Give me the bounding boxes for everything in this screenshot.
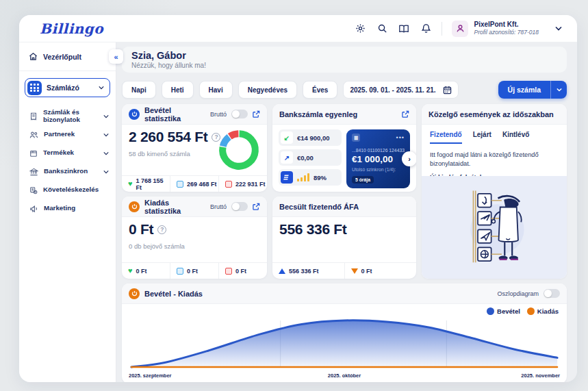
company-name: PixelPont Kft.	[474, 21, 539, 29]
profile-menu[interactable]: PixelPont Kft. Profil azonosító: 787-018	[452, 21, 539, 37]
external-link-icon[interactable]	[402, 110, 409, 118]
products-box-icon	[29, 149, 38, 157]
expense-power-icon	[129, 201, 140, 212]
area-chart[interactable]	[129, 316, 560, 373]
expense-total: 0 Ft	[129, 221, 153, 238]
legend-bevetel: Bevétel	[487, 307, 520, 315]
revenue-stat-paid: ♥1 768 155 Ft	[122, 176, 170, 192]
app-window: Billingo PixelPont Kft. Profil	[19, 15, 577, 382]
legend-kiadas: Kiadás	[527, 307, 559, 315]
sidebar-dashboard-label: Vezérlőpult	[43, 53, 81, 61]
sidebar: « Vezérlőpult Számlázó Számlák és bizony…	[19, 42, 116, 382]
period-button-havi[interactable]: Havi	[199, 81, 233, 99]
legend-dot-blue	[487, 307, 494, 315]
vat-reclaimable: 0 Ft	[344, 263, 417, 279]
heart-icon: ♥	[128, 267, 133, 275]
last-sync-label: Utolsó szinkron (1/4):	[352, 167, 405, 172]
desktop-background: Billingo PixelPont Kft. Profil	[0, 0, 588, 391]
sync-bars-icon	[297, 173, 309, 181]
new-invoice-dropdown-arrow[interactable]	[550, 81, 567, 99]
sidebar-item-szamlazo[interactable]: Számlázó	[25, 78, 110, 97]
search-icon[interactable]	[376, 23, 388, 35]
sidebar-item-termekek[interactable]: Termékek	[19, 144, 116, 162]
vat-card: Becsült fizetendő ÁFA 556 336 Ft 556 336…	[272, 197, 416, 279]
period-button-negyedeves[interactable]: Negyedéves	[238, 81, 297, 99]
tab-fizetendo[interactable]: Fizetendő	[430, 131, 462, 144]
red-square-icon	[225, 181, 232, 188]
revenue-stats-card: Bevétel statisztika Bruttó 2 260 554 Ft?…	[122, 104, 267, 192]
invoice-icon	[29, 112, 38, 121]
megaphone-icon	[29, 205, 38, 213]
bank-logo-icon	[281, 171, 293, 184]
greeting-banner: Szia, Gábor Nézzük, hogy állunk ma!	[122, 47, 567, 73]
sidebar-item-partnerek[interactable]: Partnerek	[19, 125, 116, 144]
expense-stat-open: 0 Ft	[170, 263, 218, 279]
settings-gear-icon[interactable]	[354, 23, 366, 35]
help-book-icon[interactable]	[398, 23, 410, 35]
heart-icon: ♥	[128, 180, 133, 188]
chevron-down-icon	[103, 114, 109, 119]
bank-card-title: Bankszámla egyenleg	[279, 110, 397, 118]
arrow-down-left-icon: ↙	[281, 131, 293, 144]
greeting-subtitle: Nézzük, hogy állunk ma!	[131, 62, 557, 69]
new-invoice-split-button: Új számla	[498, 81, 567, 99]
date-range-picker[interactable]: 2025. 09. 01. - 2025. 11. 21.	[343, 81, 458, 99]
bar-chart-toggle[interactable]	[544, 289, 560, 298]
claims-document-icon	[29, 186, 38, 194]
expense-card-title: Kiadás statisztika	[144, 199, 205, 215]
period-button-eves[interactable]: Éves	[303, 81, 337, 99]
events-empty-text: Itt fogod majd látni a közelgő fizetendő…	[422, 144, 567, 168]
sidebar-item-szamlak-es-bizonylatok[interactable]: Számlák és bizonylatok	[19, 107, 116, 125]
revenue-donut-chart	[216, 127, 261, 175]
sidebar-collapse-button[interactable]: «	[109, 49, 123, 64]
sidebar-item-koveteleskezeles[interactable]: Követeléskezelés	[19, 181, 116, 199]
revenue-expense-chart-card: Bevétel - Kiadás Oszlopdiagram Bevétel K…	[122, 283, 567, 382]
billingo-logo[interactable]: Billingo	[40, 21, 103, 37]
bank-sync-row: 89%	[279, 169, 342, 186]
vat-total: 556 336 Ft	[279, 221, 347, 238]
period-button-heti[interactable]: Heti	[162, 81, 194, 99]
triangle-down-icon	[351, 268, 358, 274]
chevron-down-icon	[99, 85, 104, 90]
dashboard-grid: Bevétel statisztika Bruttó 2 260 554 Ft?…	[122, 104, 567, 382]
revenue-power-icon	[129, 109, 140, 120]
notifications-bell-icon[interactable]	[420, 23, 432, 35]
tab-lejart[interactable]: Lejárt	[473, 131, 491, 144]
vat-card-title: Becsült fizetendő ÁFA	[279, 203, 409, 211]
revenue-stat-open: 269 468 Ft	[170, 176, 218, 192]
triangle-up-icon	[279, 268, 285, 274]
bank-account-card[interactable]: ≣ ••• ...8410 01100126 124433 €1 000,00 …	[346, 129, 410, 188]
blue-square-icon	[177, 268, 183, 275]
help-icon[interactable]: ?	[157, 225, 166, 234]
events-card-title: Közelgő események az időszakban	[429, 110, 560, 118]
partners-people-icon	[29, 131, 38, 139]
greeting-title: Szia, Gábor	[131, 50, 557, 61]
new-invoice-button[interactable]: Új számla	[498, 81, 550, 99]
expense-subtitle: 0 db bejövő számla	[129, 242, 260, 250]
bank-card-menu[interactable]: •••	[396, 136, 405, 139]
profile-chevron-down-icon[interactable]	[552, 23, 565, 35]
sidebar-item-dashboard[interactable]: Vezérlőpult	[19, 42, 116, 71]
calendar-icon[interactable]	[443, 86, 452, 94]
last-sync-badge: 5 órája	[352, 176, 374, 184]
next-account-button[interactable]: ›	[402, 151, 416, 166]
period-filter-row: Napi Heti Havi Negyedéves Éves 2025. 09.…	[122, 81, 567, 99]
sidebar-selected-label: Számlázó	[47, 84, 94, 92]
gross-toggle[interactable]	[231, 110, 248, 118]
revenue-total: 2 260 554 Ft	[129, 129, 207, 145]
gross-toggle[interactable]	[231, 202, 248, 211]
sidebar-item-marketing[interactable]: Marketing	[19, 199, 116, 218]
events-tabs: Fizetendő Lejárt Kintlévő	[422, 125, 567, 144]
external-link-icon[interactable]	[253, 110, 260, 118]
topbar: Billingo PixelPont Kft. Profil	[19, 15, 577, 42]
vat-payable: 556 336 Ft	[272, 263, 344, 279]
external-link-icon[interactable]	[253, 203, 260, 210]
chevron-down-icon	[103, 132, 109, 138]
chevron-down-icon	[103, 169, 109, 175]
revenue-stat-overdue: 222 931 Ft	[218, 176, 267, 192]
sidebar-item-bankszinkron[interactable]: Bankszinkron	[19, 162, 116, 181]
expense-stat-paid: ♥0 Ft	[122, 263, 170, 279]
period-button-napi[interactable]: Napi	[122, 81, 156, 99]
tab-kintlevo[interactable]: Kintlévő	[502, 131, 529, 144]
legend-dot-orange	[527, 307, 535, 315]
